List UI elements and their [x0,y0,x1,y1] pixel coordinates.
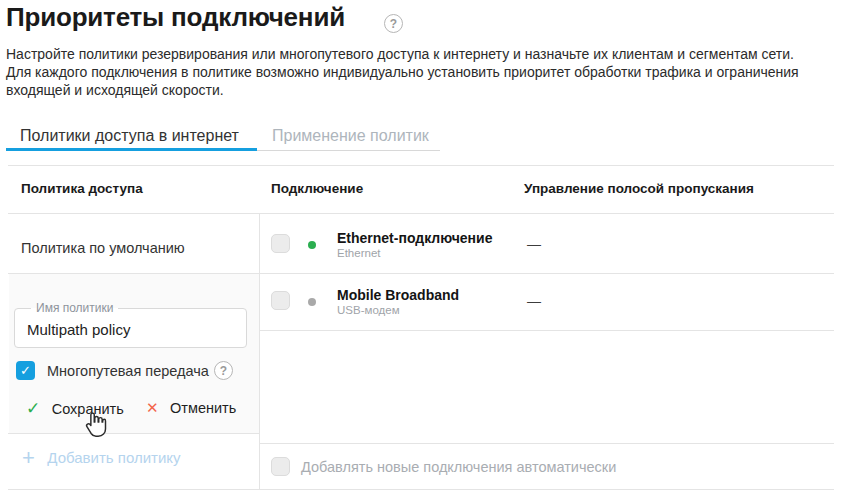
save-check-icon: ✓ [26,399,40,418]
description-line: Для каждого подключения в политике возмо… [6,63,844,81]
plus-icon: + [22,445,35,470]
connection-name: Ethernet-подключение [337,230,492,246]
add-policy-label: Добавить политику [47,449,180,466]
cancel-button[interactable]: ✕ Отменить [146,399,236,417]
status-dot-icon [308,241,316,249]
policy-name-field: Имя политики [14,308,247,348]
auto-add-label: Добавлять новые подключения автоматическ… [301,459,616,475]
connection-priorities-page: Приоритеты подключений ? Настройте полит… [0,0,846,496]
connection-checkbox[interactable] [271,234,290,253]
connection-type: Ethernet [337,247,380,259]
page-description: Настройте политики резервирования или мн… [6,45,844,99]
description-line: входящей и исходящей скорости. [6,81,844,99]
cancel-button-label: Отменить [170,400,236,416]
bandwidth-value: — [527,236,541,252]
column-divider [259,213,260,489]
column-header-bandwidth: Управление полосой пропускания [524,181,754,196]
auto-add-checkbox[interactable] [271,457,290,476]
row-divider [259,443,834,444]
multipath-checkbox[interactable]: ✓ [16,361,35,380]
cancel-x-icon: ✕ [146,399,159,416]
tab-policy-assignment[interactable]: Применение политик [272,127,429,145]
table-bottom-border [8,489,834,490]
connection-checkbox[interactable] [271,291,290,310]
table-top-border [8,165,834,166]
default-policy-label: Политика по умолчанию [21,240,185,256]
bandwidth-value: — [527,293,541,309]
multipath-help-icon[interactable]: ? [214,361,233,380]
header-bottom-border [8,213,834,214]
description-line: Настройте политики резервирования или мн… [6,45,844,63]
row-divider [259,330,834,331]
policy-name-input[interactable] [25,310,239,348]
connection-name: Mobile Broadband [337,287,459,303]
column-header-connection: Подключение [271,181,363,196]
checkbox-check-icon: ✓ [20,363,31,378]
page-title: Приоритеты подключений [6,2,345,33]
column-header-policy: Политика доступа [21,181,143,196]
tab-bar-baseline [257,150,440,151]
connection-type: USB-модем [337,304,400,316]
multipath-label: Многопутевая передача [47,363,209,379]
cursor-icon [83,412,110,439]
page-help-icon[interactable]: ? [384,14,403,33]
add-policy-button[interactable]: + Добавить политику [22,448,181,469]
row-divider [8,433,259,434]
tab-access-policies[interactable]: Политики доступа в интернет [20,127,239,145]
policy-name-label: Имя политики [31,301,118,315]
active-tab-indicator [6,148,257,151]
status-dot-icon [308,298,316,306]
